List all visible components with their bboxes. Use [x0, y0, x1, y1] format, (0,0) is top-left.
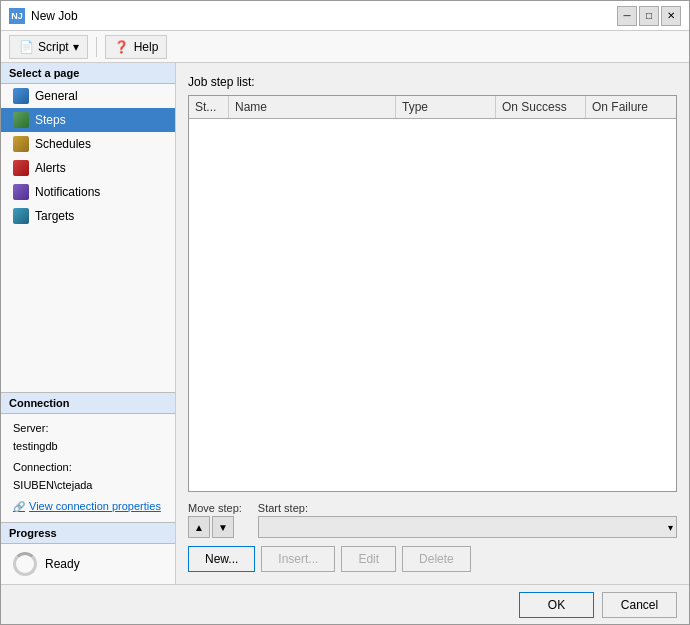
table-body [189, 119, 676, 419]
move-down-button[interactable]: ▼ [212, 516, 234, 538]
server-value: testingdb [13, 440, 58, 452]
main-window: NJ New Job ─ □ ✕ 📄 Script ▾ ❓ Help Selec… [0, 0, 690, 625]
targets-label: Targets [35, 209, 74, 223]
move-step-label: Move step: [188, 502, 242, 514]
alerts-icon [13, 160, 29, 176]
action-buttons-row: New... Insert... Edit Delete [188, 546, 677, 572]
toolbar-divider [96, 37, 97, 57]
table-header: St... Name Type On Success On Failure [189, 96, 676, 119]
script-button[interactable]: 📄 Script ▾ [9, 35, 88, 59]
col-name: Name [229, 96, 396, 118]
help-label: Help [134, 40, 159, 54]
step-controls-row: Move step: ▲ ▼ Start step: ▾ [188, 502, 677, 538]
script-icon: 📄 [18, 39, 34, 55]
start-step-select-wrapper: ▾ [258, 516, 677, 538]
sidebar-item-notifications[interactable]: Notifications [1, 180, 175, 204]
connection-section: Connection Server: testingdb Connection:… [1, 392, 175, 584]
insert-button[interactable]: Insert... [261, 546, 335, 572]
notifications-label: Notifications [35, 185, 100, 199]
steps-label: Steps [35, 113, 66, 127]
general-label: General [35, 89, 78, 103]
title-controls: ─ □ ✕ [617, 6, 681, 26]
sidebar-section-title: Select a page [1, 63, 175, 84]
alerts-label: Alerts [35, 161, 66, 175]
delete-button[interactable]: Delete [402, 546, 471, 572]
targets-icon [13, 208, 29, 224]
sidebar: Select a page General Steps Schedules Al… [1, 63, 176, 584]
start-step-label: Start step: [258, 502, 677, 514]
start-step-group: Start step: ▾ [258, 502, 677, 538]
sidebar-item-alerts[interactable]: Alerts [1, 156, 175, 180]
progress-section-title: Progress [1, 522, 175, 544]
progress-content: Ready [1, 544, 175, 584]
view-connection-properties-link[interactable]: 🔗 View connection properties [13, 498, 163, 516]
toolbar: 📄 Script ▾ ❓ Help [1, 31, 689, 63]
move-arrows: ▲ ▼ [188, 516, 242, 538]
progress-status: Ready [45, 557, 80, 571]
script-label: Script [38, 40, 69, 54]
general-icon [13, 88, 29, 104]
main-content: Job step list: St... Name Type On Succes… [176, 63, 689, 584]
col-on-success: On Success [496, 96, 586, 118]
window-icon: NJ [9, 8, 25, 24]
start-step-select[interactable] [258, 516, 677, 538]
col-on-failure: On Failure [586, 96, 676, 118]
move-step-group: Move step: ▲ ▼ [188, 502, 242, 538]
connection-content: Server: testingdb Connection: SIUBEN\cte… [1, 414, 175, 522]
connection-section-title: Connection [1, 392, 175, 414]
maximize-button[interactable]: □ [639, 6, 659, 26]
new-button[interactable]: New... [188, 546, 255, 572]
move-up-button[interactable]: ▲ [188, 516, 210, 538]
connection-value: SIUBEN\ctejada [13, 479, 92, 491]
link-icon: 🔗 [13, 499, 25, 515]
title-bar-left: NJ New Job [9, 8, 78, 24]
script-dropdown-icon: ▾ [73, 40, 79, 54]
help-icon: ❓ [114, 39, 130, 55]
steps-icon [13, 112, 29, 128]
job-step-table: St... Name Type On Success On Failure [188, 95, 677, 492]
notifications-icon [13, 184, 29, 200]
minimize-button[interactable]: ─ [617, 6, 637, 26]
col-type: Type [396, 96, 496, 118]
sidebar-item-general[interactable]: General [1, 84, 175, 108]
job-step-list-label: Job step list: [188, 75, 677, 89]
sidebar-item-schedules[interactable]: Schedules [1, 132, 175, 156]
window-title: New Job [31, 9, 78, 23]
footer: OK Cancel [1, 584, 689, 624]
schedules-label: Schedules [35, 137, 91, 151]
bottom-controls: Move step: ▲ ▼ Start step: ▾ [188, 502, 677, 572]
connection-label: Connection: SIUBEN\ctejada [13, 459, 163, 494]
schedules-icon [13, 136, 29, 152]
sidebar-item-targets[interactable]: Targets [1, 204, 175, 228]
close-button[interactable]: ✕ [661, 6, 681, 26]
server-label: Server: testingdb [13, 420, 163, 455]
ok-button[interactable]: OK [519, 592, 594, 618]
col-status: St... [189, 96, 229, 118]
content-area: Select a page General Steps Schedules Al… [1, 63, 689, 584]
cancel-button[interactable]: Cancel [602, 592, 677, 618]
progress-spinner [13, 552, 37, 576]
help-button[interactable]: ❓ Help [105, 35, 168, 59]
title-bar: NJ New Job ─ □ ✕ [1, 1, 689, 31]
edit-button[interactable]: Edit [341, 546, 396, 572]
sidebar-item-steps[interactable]: Steps [1, 108, 175, 132]
